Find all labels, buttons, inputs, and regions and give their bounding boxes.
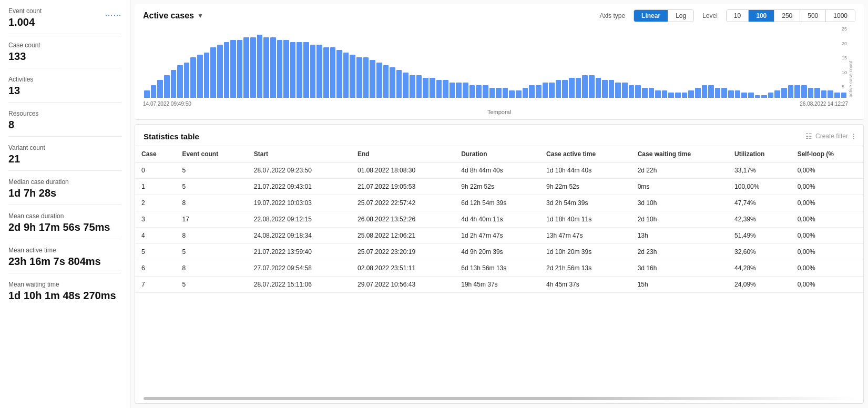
level-100-btn[interactable]: 100 [749,10,774,22]
chart-title: Active cases ▼ [143,11,591,21]
cell-4-4: 1d 2h 47m 47s [455,228,540,244]
stat-value-event-count: 1.004 [8,16,121,28]
col-header-0[interactable]: Case [135,146,176,162]
chart-bar [171,70,177,98]
y-label-20: 20 [842,41,847,46]
chart-bar [157,80,163,98]
chart-bar [702,85,708,98]
chart-bar [396,70,402,98]
table-settings-icon[interactable]: ⁝ [852,131,855,141]
chart-header: Active cases ▼ Axis type Linear Log Leve… [143,4,855,26]
level-250-btn[interactable]: 250 [774,10,800,22]
chart-bar [343,53,349,98]
chart-bar [675,93,681,98]
col-header-3[interactable]: End [351,146,455,162]
stat-block-activities: Activities 13 [8,68,121,103]
chart-bar [290,42,296,98]
horizontal-scrollbar[interactable] [144,397,855,400]
chart-bar [569,78,575,98]
chart-bar [416,75,422,98]
cell-7-2: 28.07.2022 15:11:06 [248,277,351,293]
col-header-8[interactable]: Self-loop (% [791,146,863,162]
chart-bar [615,83,621,98]
chart-title-text: Active cases [143,11,194,21]
cell-4-0: 4 [135,228,176,244]
col-header-2[interactable]: Start [248,146,351,162]
cell-2-4: 6d 12h 54m 39s [455,195,540,211]
table-row: 7528.07.2022 15:11:0629.07.2022 10:56:43… [135,277,863,293]
stat-block-case-count: Case count 133 [8,34,121,68]
axis-type-group: Linear Log [634,9,694,22]
col-header-1[interactable]: Event count [176,146,247,162]
cell-1-7: 100,00% [728,179,791,195]
axis-log-btn[interactable]: Log [668,10,693,22]
create-filter-button[interactable]: ☷ Create filter [801,130,852,142]
chart-bar [190,57,196,98]
stat-value-resources: 8 [8,119,121,131]
chart-bar [237,40,243,98]
cell-3-3: 26.08.2022 13:52:26 [351,211,455,228]
stat-value-median-case-duration: 1d 7h 28s [8,187,121,199]
chart-bar [688,90,694,98]
col-header-5[interactable]: Case active time [540,146,631,162]
stat-block-event-count: …… Event count 1.004 [8,0,121,34]
axis-linear-btn[interactable]: Linear [634,10,668,22]
level-1000-btn[interactable]: 1000 [826,10,855,22]
chart-bar [682,93,688,98]
level-500-btn[interactable]: 500 [800,10,826,22]
chart-bar [695,88,701,98]
table-row: 2819.07.2022 10:03:0325.07.2022 22:57:42… [135,195,863,211]
chart-bar [748,93,754,98]
stat-label-resources: Resources [8,110,121,117]
chart-bar [257,35,263,98]
cell-1-1: 5 [176,179,247,195]
chart-bar [323,47,329,98]
y-label-10: 10 [842,70,847,75]
y-axis-label: active case count [848,26,855,97]
chart-bar [336,50,342,98]
chart-bar [523,88,528,98]
sidebar: …… Event count 1.004 Case count 133 Acti… [0,0,130,408]
table-row: 4824.08.2022 09:18:3425.08.2022 12:06:21… [135,228,863,244]
cell-7-0: 7 [135,277,176,293]
cell-6-8: 0,00% [791,260,863,277]
level-label: Level [702,12,718,19]
level-10-btn[interactable]: 10 [727,10,749,22]
chart-bar [801,85,807,98]
chart-section: Active cases ▼ Axis type Linear Log Leve… [135,4,864,120]
chart-bar [204,53,210,98]
cell-2-8: 0,00% [791,195,863,211]
cell-6-6: 3d 16h [631,260,728,277]
chart-bar [283,40,289,98]
cell-3-0: 3 [135,211,176,228]
table-row: 31722.08.2022 09:12:1526.08.2022 13:52:2… [135,211,863,228]
col-header-4[interactable]: Duration [455,146,540,162]
stat-block-mean-active-time: Mean active time 23h 16m 7s 804ms [8,239,121,273]
bars-container [143,35,848,98]
stat-block-resources: Resources 8 [8,103,121,137]
cell-4-7: 51,49% [728,228,791,244]
chart-bar [562,80,568,98]
cell-5-6: 2d 23h [631,244,728,260]
chart-bar [436,80,442,98]
cell-0-4: 4d 8h 44m 40s [455,162,540,179]
y-label-25: 25 [842,26,847,32]
table-row: 5521.07.2022 13:59:4025.07.2022 23:20:19… [135,244,863,260]
chart-bar [556,80,561,98]
col-header-7[interactable]: Utilization [728,146,791,162]
col-header-6[interactable]: Case waiting time [631,146,728,162]
chart-bar [184,63,190,98]
stat-block-mean-waiting-time: Mean waiting time 1d 10h 1m 48s 270ms [8,273,121,307]
stat-label-median-case-duration: Median case duration [8,178,121,186]
cell-1-2: 21.07.2022 09:43:01 [248,179,351,195]
chart-bar [376,63,382,98]
x-start-label: 14.07.2022 09:49:50 [143,101,191,107]
chart-bar [270,37,276,98]
cell-5-1: 5 [176,244,247,260]
chart-bar [543,83,548,98]
table-scroll[interactable]: CaseEvent countStartEndDurationCase acti… [135,146,863,397]
chart-bar [735,90,741,98]
chart-bar [755,95,761,98]
chart-dropdown-icon[interactable]: ▼ [197,12,203,19]
chart-bar [596,78,601,98]
